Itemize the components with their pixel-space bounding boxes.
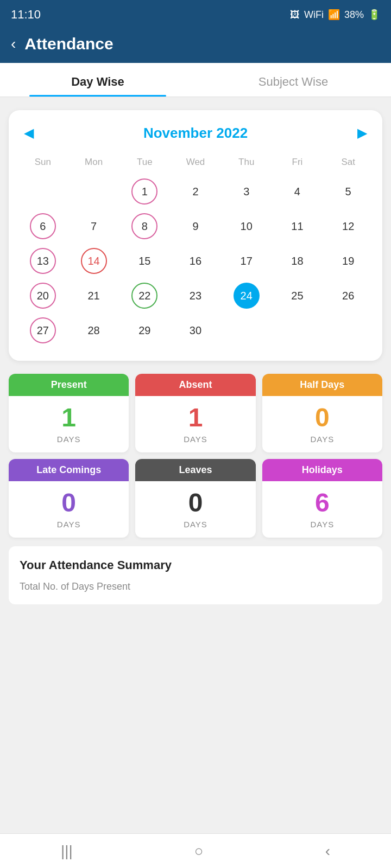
prev-month-button[interactable]: ◀ <box>17 123 40 143</box>
cal-day-16[interactable]: 16 <box>170 244 221 278</box>
cal-day-7[interactable]: 7 <box>68 209 119 244</box>
cal-day-28[interactable]: 28 <box>68 313 119 348</box>
page-title: Attendance <box>24 35 113 53</box>
battery-icon: 🔋 <box>368 9 380 21</box>
dow-tue: Tue <box>119 154 170 174</box>
stat-value-leaves: 0 <box>140 489 251 518</box>
summary-title: Your Attendance Summary <box>20 558 371 572</box>
stat-header-holidays: Holidays <box>262 459 382 481</box>
stat-card-half-days: Half Days0DAYS <box>262 374 382 452</box>
cal-day-11[interactable]: 11 <box>272 209 323 244</box>
nav-recent-apps[interactable]: ||| <box>61 843 73 860</box>
stat-body-absent: 1DAYS <box>135 396 255 452</box>
stat-unit-late-comings: DAYS <box>13 520 124 529</box>
wifi-icon: WiFi <box>304 9 324 21</box>
dow-thu: Thu <box>221 154 272 174</box>
status-time: 11:10 <box>11 8 41 22</box>
tab-bar: Day Wise Subject Wise <box>0 63 391 97</box>
bottom-nav: ||| ○ ‹ <box>0 833 391 868</box>
stat-body-present: 1DAYS <box>9 396 129 452</box>
dow-fri: Fri <box>272 154 323 174</box>
cal-day-3[interactable]: 3 <box>221 174 272 209</box>
stat-unit-half-days: DAYS <box>267 435 378 444</box>
stat-value-late-comings: 0 <box>13 489 124 518</box>
cal-day-empty <box>323 313 374 348</box>
status-icons: 🖼 WiFi 📶 38% 🔋 <box>290 9 380 21</box>
cal-day-22[interactable]: 22 <box>119 278 170 313</box>
calendar-days: 1234567891011121314151617181920212223242… <box>17 174 374 348</box>
month-title: November 2022 <box>143 125 248 142</box>
tab-subject-wise[interactable]: Subject Wise <box>195 63 391 97</box>
calendar-card: ◀ November 2022 ▶ Sun Mon Tue Wed Thu Fr… <box>9 110 382 361</box>
stat-header-present: Present <box>9 374 129 396</box>
stat-body-holidays: 6DAYS <box>262 481 382 538</box>
cal-day-25[interactable]: 25 <box>272 278 323 313</box>
cal-day-empty <box>68 174 119 209</box>
stat-unit-present: DAYS <box>13 435 124 444</box>
dow-sat: Sat <box>323 154 374 174</box>
cal-day-5[interactable]: 5 <box>323 174 374 209</box>
tab-day-wise[interactable]: Day Wise <box>0 63 195 97</box>
dow-sun: Sun <box>17 154 68 174</box>
nav-back[interactable]: ‹ <box>325 843 330 860</box>
cal-day-9[interactable]: 9 <box>170 209 221 244</box>
stat-header-absent: Absent <box>135 374 255 396</box>
cal-day-20[interactable]: 20 <box>17 278 68 313</box>
cal-day-6[interactable]: 6 <box>17 209 68 244</box>
cal-day-8[interactable]: 8 <box>119 209 170 244</box>
cal-day-4[interactable]: 4 <box>272 174 323 209</box>
stat-body-leaves: 0DAYS <box>135 481 255 538</box>
calendar-header: ◀ November 2022 ▶ <box>17 123 374 143</box>
stat-body-late-comings: 0DAYS <box>9 481 129 538</box>
cal-day-2[interactable]: 2 <box>170 174 221 209</box>
photo-icon: 🖼 <box>290 9 300 21</box>
cal-day-10[interactable]: 10 <box>221 209 272 244</box>
cal-day-24[interactable]: 24 <box>221 278 272 313</box>
summary-section: Your Attendance Summary Total No. of Day… <box>9 546 382 604</box>
cal-day-12[interactable]: 12 <box>323 209 374 244</box>
stat-card-absent: Absent1DAYS <box>135 374 255 452</box>
status-bar: 11:10 🖼 WiFi 📶 38% 🔋 <box>0 0 391 27</box>
back-button[interactable]: ‹ <box>11 35 16 53</box>
cal-day-29[interactable]: 29 <box>119 313 170 348</box>
cal-day-14[interactable]: 14 <box>68 244 119 278</box>
cal-day-19[interactable]: 19 <box>323 244 374 278</box>
cal-day-1[interactable]: 1 <box>119 174 170 209</box>
cal-day-empty <box>221 313 272 348</box>
dow-mon: Mon <box>68 154 119 174</box>
nav-home[interactable]: ○ <box>194 843 204 860</box>
battery-text: 38% <box>344 9 364 21</box>
stat-card-present: Present1DAYS <box>9 374 129 452</box>
cal-day-empty <box>272 313 323 348</box>
stat-card-leaves: Leaves0DAYS <box>135 459 255 538</box>
cal-day-23[interactable]: 23 <box>170 278 221 313</box>
dow-wed: Wed <box>170 154 221 174</box>
stat-header-leaves: Leaves <box>135 459 255 481</box>
stats-section: Present1DAYSAbsent1DAYSHalf Days0DAYSLat… <box>9 374 382 538</box>
cal-day-18[interactable]: 18 <box>272 244 323 278</box>
stat-card-holidays: Holidays6DAYS <box>262 459 382 538</box>
stat-card-late-comings: Late Comings0DAYS <box>9 459 129 538</box>
stat-unit-absent: DAYS <box>140 435 251 444</box>
stat-body-half-days: 0DAYS <box>262 396 382 452</box>
stat-unit-leaves: DAYS <box>140 520 251 529</box>
stat-value-present: 1 <box>13 404 124 432</box>
cal-day-26[interactable]: 26 <box>323 278 374 313</box>
next-month-button[interactable]: ▶ <box>351 123 374 143</box>
cal-day-30[interactable]: 30 <box>170 313 221 348</box>
stat-value-half-days: 0 <box>267 404 378 432</box>
stat-unit-holidays: DAYS <box>267 520 378 529</box>
signal-icon: 📶 <box>328 9 340 21</box>
cal-day-27[interactable]: 27 <box>17 313 68 348</box>
stat-header-late-comings: Late Comings <box>9 459 129 481</box>
stat-value-absent: 1 <box>140 404 251 432</box>
cal-day-13[interactable]: 13 <box>17 244 68 278</box>
summary-row-1: Total No. of Days Present <box>20 578 371 596</box>
cal-day-empty <box>17 174 68 209</box>
header: ‹ Attendance <box>0 27 391 63</box>
cal-day-17[interactable]: 17 <box>221 244 272 278</box>
cal-day-21[interactable]: 21 <box>68 278 119 313</box>
stat-header-half-days: Half Days <box>262 374 382 396</box>
cal-day-15[interactable]: 15 <box>119 244 170 278</box>
calendar-grid: Sun Mon Tue Wed Thu Fri Sat <box>17 154 374 174</box>
